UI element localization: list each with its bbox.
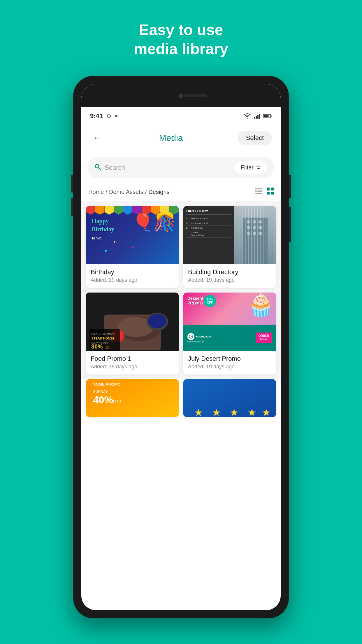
svg-rect-5 — [264, 115, 269, 118]
svg-point-46 — [189, 335, 193, 338]
dessert-date: Added: 19 days ago — [188, 364, 271, 370]
brand-info: YOURLOGO www.yourweb.com — [187, 333, 211, 343]
dessert-info: July Desert Promo Added: 19 days ago — [183, 351, 276, 374]
battery-icon — [263, 114, 272, 118]
media-card-directory[interactable]: DIRECTORY 4Meeting Room B 3Conference A,… — [183, 206, 276, 288]
signal-icon — [254, 113, 260, 119]
svg-rect-2 — [257, 115, 259, 119]
status-bar-left: 9:41 ⚙ — [90, 112, 117, 120]
birthday-info: Birthday Added: 19 days ago — [86, 264, 179, 288]
dessert-bg: ⋮ DessentPROMO 20%OFF 🧁 — [183, 293, 276, 351]
svg-text:★: ★ — [247, 407, 256, 417]
search-input[interactable]: Search — [105, 164, 231, 172]
order-now-button[interactable]: ORDERNOW — [256, 332, 272, 343]
directory-left-panel: DIRECTORY 4Meeting Room B 3Conference A,… — [183, 206, 234, 264]
svg-rect-13 — [257, 188, 262, 189]
partial-card-left[interactable]: SOME PROMO SUNDAY 40% OFF — [86, 379, 179, 417]
svg-rect-15 — [257, 190, 262, 192]
svg-text:30%: 30% — [91, 343, 103, 350]
svg-text:★: ★ — [262, 407, 270, 417]
svg-rect-1 — [256, 116, 257, 119]
svg-rect-18 — [267, 188, 270, 190]
filter-button[interactable]: Filter — [234, 161, 268, 174]
volume-down-button — [71, 198, 73, 216]
directory-right-panel — [234, 206, 276, 264]
svg-rect-17 — [257, 193, 262, 194]
list-view-icon[interactable] — [255, 188, 262, 196]
grid-view-icon[interactable] — [267, 188, 274, 196]
search-icon — [94, 163, 101, 172]
status-bar-right — [243, 113, 272, 119]
page-title: Media — [159, 133, 183, 143]
phone-shell: 9:41 ⚙ — [73, 76, 289, 618]
logo-row: YOURLOGO — [187, 333, 211, 340]
building-image — [234, 206, 276, 264]
food-info: Food Promo 1 Added: 19 days ago — [86, 351, 179, 374]
headline-line2: media library — [134, 40, 228, 57]
media-card-birthday[interactable]: 🎈🎊 HappyBirthdayto you Birt — [86, 206, 179, 288]
dessert-name: July Desert Promo — [188, 355, 271, 363]
svg-text:★: ★ — [230, 407, 238, 417]
media-card-food[interactable]: MARK HANSEN'S STEAK HOUSE Every Tuesday … — [86, 293, 179, 374]
svg-text:OFF: OFF — [113, 399, 123, 405]
food-bg: MARK HANSEN'S STEAK HOUSE Every Tuesday … — [86, 293, 179, 351]
svg-text:MARK HANSEN'S: MARK HANSEN'S — [91, 332, 115, 336]
headline-line1: Easy to use — [139, 21, 223, 38]
svg-text:40%: 40% — [93, 394, 113, 405]
svg-rect-6 — [271, 115, 272, 117]
dir-item-3: 3Conference A, B — [186, 221, 231, 226]
food-name: Food Promo 1 — [91, 355, 174, 363]
dir-item-1: 1CoffeeGround Floor — [186, 230, 231, 238]
directory-info: Building Directory Added: 19 days ago — [183, 264, 276, 288]
headline-text: Easy to use media library — [134, 20, 228, 58]
svg-rect-12 — [255, 188, 257, 189]
search-bar: Search Filter — [88, 157, 274, 178]
media-card-dessert[interactable]: ⋮ DessentPROMO 20%OFF 🧁 — [183, 293, 276, 374]
search-container: Search Filter — [81, 151, 281, 183]
front-camera — [179, 94, 183, 98]
birthday-thumbnail: 🎈🎊 HappyBirthdayto you — [86, 206, 179, 264]
directory-title: DIRECTORY — [186, 209, 231, 215]
svg-text:SUNDAY: SUNDAY — [93, 390, 108, 394]
discount-badge: 20%OFF — [204, 295, 216, 307]
back-button[interactable]: ← — [90, 130, 104, 146]
phone-screen: 9:41 ⚙ — [81, 84, 281, 610]
building-windows — [234, 206, 276, 264]
birthday-text: HappyBirthdayto you — [92, 217, 114, 242]
food-thumbnail: MARK HANSEN'S STEAK HOUSE Every Tuesday … — [86, 293, 179, 351]
breadcrumb-sep1: / — [106, 189, 107, 195]
breadcrumb: Home / Demo Assets / Designs — [88, 189, 170, 195]
svg-rect-20 — [267, 192, 270, 195]
breadcrumb-current: Designs — [148, 189, 169, 195]
breadcrumb-demo[interactable]: Demo Assets — [109, 189, 143, 195]
partial-thumb-right: ★ ★ ★ ★ ★ — [183, 379, 276, 417]
directory-date: Added: 19 days ago — [188, 277, 271, 283]
directory-thumbnail: DIRECTORY 4Meeting Room B 3Conference A,… — [183, 206, 276, 264]
your-logo-text: YOURLOGO — [196, 335, 211, 338]
svg-rect-14 — [255, 190, 257, 192]
logo-circle — [187, 333, 194, 340]
breadcrumb-home[interactable]: Home — [88, 189, 104, 195]
balloons: 🎈🎊 — [132, 212, 176, 232]
directory-content: DIRECTORY 4Meeting Room B 3Conference A,… — [183, 206, 276, 264]
partial-thumb-left: SOME PROMO SUNDAY 40% OFF — [86, 379, 179, 417]
food-date: Added: 19 days ago — [91, 364, 174, 370]
svg-rect-16 — [255, 193, 257, 194]
volume-up-button — [71, 175, 73, 192]
select-button[interactable]: Select — [238, 131, 272, 145]
svg-point-39 — [148, 314, 167, 328]
dessert-bottom: YOURLOGO www.yourweb.com ORDERNOW — [183, 325, 276, 351]
media-grid: 🎈🎊 HappyBirthdayto you Birt — [81, 201, 281, 379]
svg-rect-0 — [254, 117, 255, 119]
svg-text:★: ★ — [194, 407, 203, 417]
partial-card-right[interactable]: ★ ★ ★ ★ ★ — [183, 379, 276, 417]
birthday-name: Birthday — [91, 268, 174, 276]
dessert-thumbnail: ⋮ DessentPROMO 20%OFF 🧁 — [183, 293, 276, 351]
svg-rect-21 — [271, 192, 274, 195]
status-time: 9:41 — [90, 112, 103, 120]
birthday-date: Added: 19 days ago — [91, 277, 174, 283]
phone-notch — [81, 84, 281, 107]
status-dot — [115, 115, 117, 117]
app-header: ← Media Select — [81, 125, 281, 151]
page-headline: Easy to use media library — [134, 20, 228, 58]
